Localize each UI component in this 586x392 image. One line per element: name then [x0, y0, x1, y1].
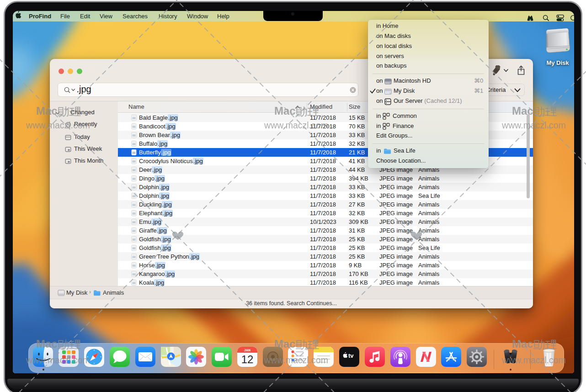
svg-text:Mac: Mac	[36, 105, 58, 117]
svg-text:www.maczl.com: www.maczl.com	[26, 355, 90, 365]
svg-text:Mac: Mac	[512, 338, 533, 350]
svg-text:www.maczl.com: www.maczl.com	[264, 120, 328, 130]
svg-text:www.maczl.com: www.maczl.com	[26, 120, 90, 130]
svg-text:Mac: Mac	[512, 105, 533, 117]
svg-text:Mac: Mac	[36, 338, 58, 350]
svg-text:www.maczl.com: www.maczl.com	[501, 120, 566, 130]
svg-text:www.maczl.com: www.maczl.com	[501, 355, 566, 365]
